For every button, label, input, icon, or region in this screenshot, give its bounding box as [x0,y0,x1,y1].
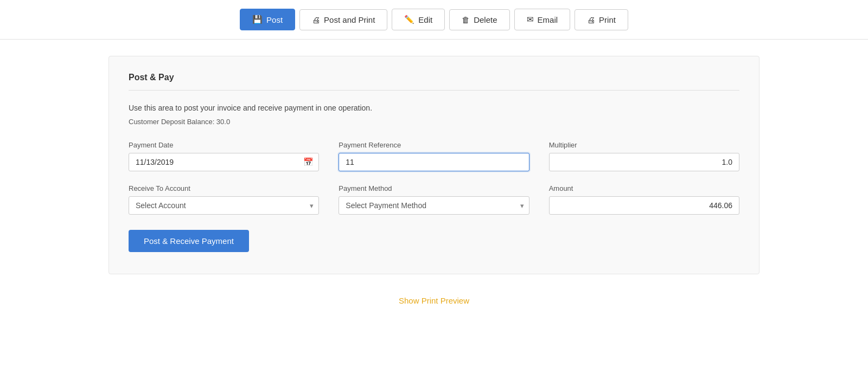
edit-label: Edit [418,15,432,24]
print-label: Print [599,15,616,24]
card-description: Use this area to post your invoice and r… [129,104,739,112]
payment-date-group: Payment Date 📅 [129,141,319,171]
payment-method-select[interactable]: Select Payment Method [339,196,529,215]
post-label: Post [266,15,283,24]
post-button[interactable]: 💾 Post [240,9,295,30]
edit-icon: ✏️ [404,15,414,24]
post-receive-payment-label: Post & Receive Payment [144,236,234,246]
payment-method-label: Payment Method [339,184,529,192]
email-label: Email [538,15,558,24]
delete-label: Delete [474,15,497,24]
multiplier-label: Multiplier [549,141,739,149]
delete-icon: 🗑 [462,15,470,24]
receive-to-account-select[interactable]: Select Account [129,196,319,215]
print-button[interactable]: 🖨 Print [575,9,628,30]
card-title: Post & Pay [129,73,739,91]
show-print-preview-section: Show Print Preview [108,291,760,316]
payment-reference-input[interactable] [339,153,529,171]
main-content: Post & Pay Use this area to post your in… [0,40,868,332]
receive-to-account-label: Receive To Account [129,184,319,192]
post-and-print-label: Post and Print [324,15,375,24]
email-button[interactable]: ✉ Email [514,9,571,30]
receive-to-account-group: Receive To Account Select Account [129,184,319,215]
amount-input[interactable] [549,196,739,215]
payment-date-input[interactable] [129,153,319,171]
post-pay-card: Post & Pay Use this area to post your in… [108,56,760,274]
calendar-icon[interactable]: 📅 [303,157,314,167]
payment-method-group: Payment Method Select Payment Method [339,184,529,215]
payment-reference-label: Payment Reference [339,141,529,149]
post-and-print-button[interactable]: 🖨 Post and Print [299,9,387,30]
show-print-preview-link[interactable]: Show Print Preview [399,296,469,305]
payment-reference-group: Payment Reference [339,141,529,171]
amount-group: Amount [549,184,739,215]
deposit-balance: Customer Deposit Balance: 30.0 [129,118,739,126]
multiplier-group: Multiplier [549,141,739,171]
payment-date-label: Payment Date [129,141,319,149]
email-icon: ✉ [527,15,534,24]
multiplier-input[interactable] [549,153,739,171]
payment-method-wrapper: Select Payment Method [339,196,529,215]
toolbar: 💾 Post 🖨 Post and Print ✏️ Edit 🗑 Delete… [0,0,868,40]
print-icon: 🖨 [587,15,595,24]
post-icon: 💾 [252,15,263,24]
amount-label: Amount [549,184,739,192]
receive-to-account-wrapper: Select Account [129,196,319,215]
payment-date-input-wrapper: 📅 [129,153,319,171]
delete-button[interactable]: 🗑 Delete [449,9,509,30]
form-grid: Payment Date 📅 Payment Reference Multipl… [129,141,739,215]
post-receive-payment-button[interactable]: Post & Receive Payment [129,230,249,252]
post-and-print-icon: 🖨 [312,15,320,24]
edit-button[interactable]: ✏️ Edit [392,9,445,30]
